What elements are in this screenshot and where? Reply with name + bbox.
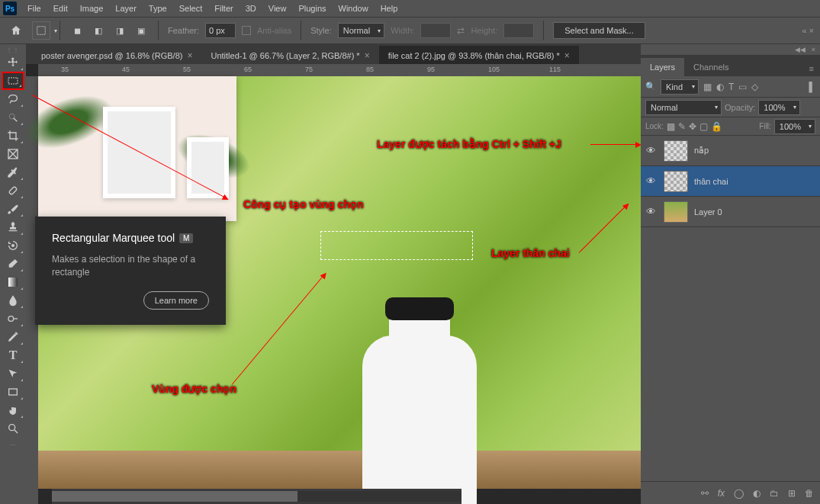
ruler-horizontal[interactable]: 35 45 55 65 75 85 95 105 115 [38, 64, 641, 76]
lock-all-icon[interactable]: 🔒 [711, 121, 722, 132]
crop-tool[interactable] [2, 127, 24, 145]
filter-toggle-icon[interactable]: ▌ [809, 82, 815, 92]
antialias-checkbox[interactable] [242, 26, 251, 35]
collapse-icon[interactable]: « × [802, 26, 814, 35]
tab-2[interactable]: file cat 2 (2).jpg @ 93.8% (thân chai, R… [379, 46, 579, 64]
delete-icon[interactable]: 🗑 [805, 488, 814, 499]
menu-window[interactable]: Window [333, 2, 375, 15]
rectangle-tool[interactable] [2, 383, 24, 401]
layer-row[interactable]: 👁 thân chai [641, 166, 820, 197]
type-tool[interactable]: T [2, 346, 24, 364]
filter-smart-icon[interactable]: ◇ [751, 82, 758, 92]
panel-tabs: Layers Channels ≡ [641, 55, 820, 76]
learn-more-button[interactable]: Learn more [143, 291, 209, 310]
lock-artboard-icon[interactable]: ▢ [699, 121, 708, 132]
height-label: Height: [471, 26, 497, 35]
path-select-tool[interactable] [2, 364, 24, 383]
link-icon[interactable]: ⚯ [701, 488, 709, 499]
eraser-tool[interactable] [2, 255, 24, 273]
layer-thumb[interactable] [664, 171, 688, 192]
stamp-tool[interactable] [2, 218, 24, 236]
tab-0[interactable]: poster avenger.psd @ 16.8% (RGB/8)× [32, 46, 201, 64]
filter-adjust-icon[interactable]: ◐ [716, 82, 724, 92]
panel-menu-icon[interactable]: ≡ [803, 61, 820, 76]
blur-tool[interactable] [2, 291, 24, 310]
brush-tool[interactable] [2, 200, 24, 218]
visibility-icon[interactable]: 👁 [644, 206, 658, 217]
layer-thumb[interactable] [664, 140, 688, 162]
close-icon[interactable]: × [365, 50, 370, 61]
menu-type[interactable]: Type [143, 2, 173, 15]
new-selection-icon[interactable]: ◼ [69, 23, 85, 38]
eyedropper-tool[interactable] [2, 163, 24, 181]
history-brush-tool[interactable] [2, 236, 24, 255]
layer-filter-dropdown[interactable]: Kind [661, 79, 699, 95]
menu-plugins[interactable]: Plugins [292, 2, 332, 15]
move-tool[interactable] [2, 53, 24, 72]
lasso-tool[interactable] [2, 90, 24, 108]
menu-view[interactable]: View [262, 2, 293, 15]
blend-mode-dropdown[interactable]: Normal [645, 100, 722, 115]
swap-icon[interactable]: ⇄ [457, 25, 465, 36]
filter-type-icon[interactable]: T [728, 82, 734, 92]
home-button[interactable] [6, 21, 26, 40]
style-dropdown[interactable]: Normal [338, 23, 384, 38]
menu-layer[interactable]: Layer [109, 2, 143, 15]
dodge-tool[interactable] [2, 310, 24, 328]
panel-collapse[interactable]: ◀◀ × [641, 44, 820, 55]
layer-name[interactable]: nắp [694, 146, 709, 156]
adjustment-icon[interactable]: ◐ [753, 488, 761, 499]
opacity-input[interactable]: 100% [758, 100, 799, 115]
lock-pos-icon[interactable]: ✥ [689, 121, 696, 132]
layer-name[interactable]: thân chai [694, 177, 728, 186]
add-selection-icon[interactable]: ◧ [91, 23, 106, 38]
ruler-mark: 75 [305, 66, 313, 73]
hand-tool[interactable] [2, 401, 24, 419]
quick-select-tool[interactable] [2, 108, 24, 127]
intersect-selection-icon[interactable]: ▣ [133, 23, 149, 38]
layer-row[interactable]: 👁 Layer 0 [641, 197, 820, 227]
ruler-mark: 95 [427, 66, 435, 73]
filter-shape-icon[interactable]: ▭ [738, 82, 747, 92]
visibility-icon[interactable]: 👁 [644, 145, 658, 156]
feather-input[interactable] [205, 23, 236, 38]
menu-image[interactable]: Image [74, 2, 110, 15]
tab-1[interactable]: Untitled-1 @ 66.7% (Layer 2, RGB/8#) *× [201, 46, 378, 64]
zoom-tool[interactable] [2, 419, 24, 438]
layer-name[interactable]: Layer 0 [694, 207, 722, 217]
fx-icon[interactable]: fx [718, 488, 725, 499]
gradient-tool[interactable] [2, 273, 24, 291]
group-icon[interactable]: 🗀 [770, 488, 779, 499]
scrollbar-horizontal[interactable] [52, 491, 461, 502]
toolbar-grip[interactable]: ⋮⋮ [6, 46, 20, 53]
menu-help[interactable]: Help [375, 2, 404, 15]
lock-paint-icon[interactable]: ✎ [678, 121, 686, 132]
layer-thumb[interactable] [664, 201, 688, 223]
tab-channels[interactable]: Channels [684, 58, 738, 76]
tool-preset[interactable] [32, 21, 50, 40]
frame-tool[interactable] [2, 145, 24, 163]
layer-row[interactable]: 👁 nắp [641, 136, 820, 166]
new-layer-icon[interactable]: ⊞ [788, 488, 796, 499]
toolbar-more[interactable]: ⋯ [10, 441, 17, 448]
bottle-image [343, 297, 496, 504]
healing-tool[interactable] [2, 181, 24, 200]
fill-input[interactable]: 100% [774, 119, 815, 134]
visibility-icon[interactable]: 👁 [644, 175, 658, 187]
close-icon[interactable]: × [564, 50, 570, 61]
tab-layers[interactable]: Layers [641, 58, 684, 76]
menu-edit[interactable]: Edit [47, 2, 74, 15]
lock-trans-icon[interactable]: ▩ [667, 121, 675, 132]
close-icon[interactable]: × [187, 50, 192, 61]
menu-file[interactable]: File [21, 2, 47, 15]
menu-select[interactable]: Select [173, 2, 209, 15]
select-and-mask-button[interactable]: Select and Mask... [553, 22, 645, 39]
filter-pixel-icon[interactable]: ▦ [703, 82, 712, 92]
menu-3d[interactable]: 3D [240, 2, 262, 15]
mask-icon[interactable]: ◯ [734, 488, 744, 499]
menu-filter[interactable]: Filter [208, 2, 239, 15]
subtract-selection-icon[interactable]: ◨ [112, 23, 127, 38]
pen-tool[interactable] [2, 328, 24, 346]
marquee-tool[interactable] [2, 72, 24, 90]
lock-label: Lock: [645, 122, 664, 130]
